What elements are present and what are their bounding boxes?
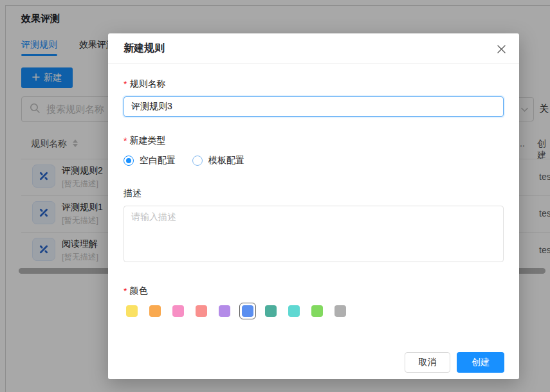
description-label: 描述: [124, 188, 504, 199]
rule-name-input[interactable]: [124, 96, 504, 117]
color-swatch-cyan[interactable]: [286, 303, 302, 319]
close-icon[interactable]: [493, 41, 509, 57]
required-mark: *: [124, 136, 127, 146]
rule-name-label: * 规则名称: [124, 78, 504, 90]
required-mark: *: [124, 79, 127, 89]
color-swatch-yellow[interactable]: [124, 303, 140, 319]
color-swatch-purple[interactable]: [216, 303, 233, 319]
radio-selected-icon: [124, 156, 134, 166]
radio-unselected-icon: [192, 156, 203, 166]
color-swatch-pink[interactable]: [170, 303, 187, 319]
color-swatch-blue-selected[interactable]: [239, 303, 256, 319]
radio-blank-config[interactable]: 空白配置: [124, 155, 176, 166]
create-button[interactable]: 创建: [457, 352, 504, 373]
color-swatch-group: [124, 303, 504, 319]
radio-template-config[interactable]: 模板配置: [192, 155, 244, 166]
cancel-button[interactable]: 取消: [405, 352, 450, 373]
create-type-label: * 新建类型: [124, 135, 504, 147]
create-type-radio-group: 空白配置 模板配置: [124, 155, 504, 166]
description-textarea[interactable]: [124, 206, 504, 262]
modal-header: 新建规则: [108, 33, 519, 64]
color-swatch-gray[interactable]: [332, 303, 349, 319]
color-label: * 颜色: [124, 285, 504, 297]
color-swatch-teal[interactable]: [262, 303, 279, 319]
color-swatch-green[interactable]: [309, 303, 325, 319]
modal-title: 新建规则: [124, 42, 165, 55]
required-mark: *: [124, 286, 127, 296]
color-swatch-orange[interactable]: [147, 303, 163, 319]
modal-footer: 取消 创建: [405, 352, 504, 373]
modal-body: * 规则名称 * 新建类型 空白配置 模板配置 描述 * 颜色: [108, 78, 519, 319]
color-swatch-salmon[interactable]: [193, 303, 210, 319]
create-rule-modal: 新建规则 * 规则名称 * 新建类型 空白配置 模板配置 描述: [108, 33, 519, 379]
